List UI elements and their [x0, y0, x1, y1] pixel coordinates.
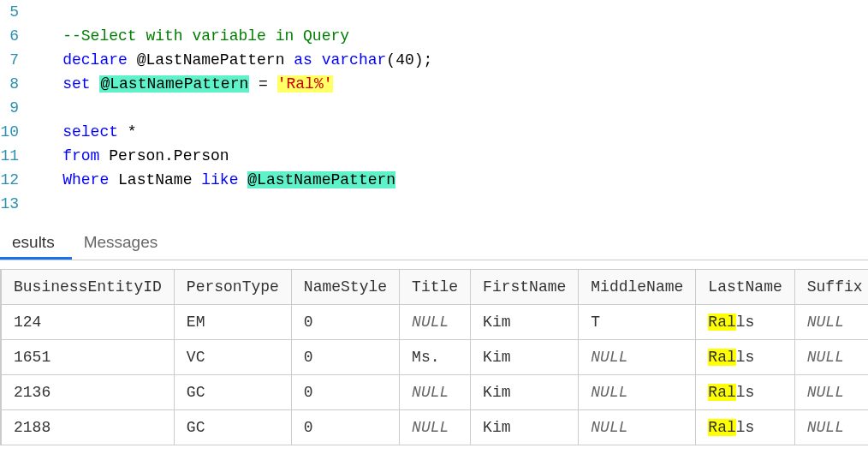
code-token: LastName	[109, 171, 201, 188]
code-token	[26, 147, 62, 164]
code-token: =	[259, 75, 268, 93]
code-token	[249, 75, 259, 93]
column-header[interactable]: FirstName	[471, 270, 579, 305]
code-token: (40);	[386, 51, 432, 69]
cell[interactable]: T	[579, 305, 696, 340]
code-line[interactable]: from Person.Person	[26, 144, 868, 168]
cell[interactable]: NULL	[794, 305, 868, 340]
column-header[interactable]: Suffix	[794, 270, 868, 305]
column-header[interactable]: BusinessEntityID	[2, 270, 175, 305]
result-tabs: esults Messages	[0, 226, 868, 260]
code-line[interactable]: select *	[26, 120, 868, 144]
cell[interactable]: NULL	[794, 410, 868, 445]
cell[interactable]: Ms.	[400, 340, 471, 375]
cell[interactable]: NULL	[400, 305, 471, 340]
cell[interactable]: 0	[291, 305, 399, 340]
highlight-match: Ral	[708, 349, 735, 366]
cell[interactable]: Ralls	[696, 410, 794, 445]
code-token: from	[62, 147, 99, 164]
line-number: 6	[0, 24, 19, 48]
cell[interactable]: GC	[174, 375, 291, 410]
column-header[interactable]: Title	[400, 270, 471, 305]
column-header[interactable]: LastName	[696, 270, 794, 305]
code-token	[118, 123, 128, 140]
cell[interactable]: VC	[174, 340, 291, 375]
code-token	[26, 171, 62, 188]
column-header[interactable]: NameStyle	[291, 270, 399, 305]
code-token	[312, 51, 322, 69]
code-token: set	[62, 75, 90, 93]
table-row[interactable]: 124EM0NULLKimTRallsNULL	[1, 305, 869, 340]
code-line[interactable]: set @LastNamePattern = 'Ral%'	[26, 72, 868, 96]
line-number: 5	[0, 0, 19, 24]
code-token: varchar	[322, 51, 387, 69]
code-token	[268, 75, 277, 93]
code-token	[26, 51, 62, 69]
code-token: *	[128, 123, 137, 140]
cell[interactable]: 0	[291, 410, 399, 445]
code-token: 'Ral%'	[277, 75, 333, 93]
code-token: declare	[62, 51, 128, 69]
table-row[interactable]: 1651VC0Ms.KimNULLRallsNULL	[1, 340, 869, 375]
results-table[interactable]: BusinessEntityIDPersonTypeNameStyleTitle…	[0, 269, 868, 445]
line-number: 12	[0, 168, 19, 192]
code-token: --Select with variable in Query	[62, 27, 349, 45]
cell[interactable]: Ralls	[696, 305, 794, 340]
code-token: like	[201, 171, 238, 188]
table-row[interactable]: 2188GC0NULLKimNULLRallsNULL	[1, 410, 869, 445]
cell[interactable]: GC	[174, 410, 291, 445]
cell[interactable]: Ralls	[696, 340, 794, 375]
cell[interactable]: 1651	[2, 340, 175, 375]
cell[interactable]: Kim	[471, 375, 579, 410]
code-token: @LastNamePattern	[247, 171, 395, 188]
code-token: as	[294, 51, 312, 69]
code-line[interactable]	[26, 96, 868, 120]
column-header[interactable]: PersonType	[174, 270, 291, 305]
cell[interactable]: Ralls	[696, 375, 794, 410]
cell[interactable]: NULL	[579, 410, 696, 445]
highlight-match: Ral	[708, 419, 735, 436]
code-token: Person.Person	[99, 147, 229, 164]
cell[interactable]: 124	[2, 305, 175, 340]
code-line[interactable]	[26, 0, 868, 24]
tab-messages[interactable]: Messages	[72, 226, 175, 260]
code-token	[26, 27, 62, 45]
code-line[interactable]	[26, 192, 868, 216]
cell[interactable]: NULL	[579, 375, 696, 410]
line-number-gutter: 5678910111213	[0, 0, 26, 216]
code-line[interactable]: declare @LastNamePattern as varchar(40);	[26, 48, 868, 72]
cell[interactable]: EM	[174, 305, 291, 340]
code-token: @LastNamePattern	[128, 51, 294, 69]
cell[interactable]: Kim	[471, 305, 579, 340]
sql-editor[interactable]: 5678910111213 --Select with variable in …	[0, 0, 868, 216]
code-token	[91, 75, 100, 93]
cell[interactable]: NULL	[794, 375, 868, 410]
cell[interactable]: Kim	[471, 340, 579, 375]
cell[interactable]: NULL	[400, 410, 471, 445]
cell[interactable]: NULL	[794, 340, 868, 375]
column-header[interactable]: MiddleName	[579, 270, 696, 305]
code-token: Where	[62, 171, 109, 188]
code-line[interactable]: Where LastName like @LastNamePattern	[26, 168, 868, 192]
highlight-match: Ral	[708, 314, 735, 331]
line-number: 8	[0, 72, 19, 96]
code-token	[26, 75, 62, 93]
cell[interactable]: NULL	[579, 340, 696, 375]
line-number: 10	[0, 120, 19, 144]
tab-results[interactable]: esults	[0, 226, 72, 260]
cell[interactable]: NULL	[400, 375, 471, 410]
cell[interactable]: Kim	[471, 410, 579, 445]
code-token: @LastNamePattern	[99, 75, 249, 93]
highlight-match: Ral	[708, 384, 735, 401]
cell[interactable]: 0	[291, 375, 399, 410]
cell[interactable]: 2188	[2, 410, 175, 445]
line-number: 11	[0, 144, 19, 168]
table-row[interactable]: 2136GC0NULLKimNULLRallsNULL	[1, 375, 869, 410]
code-area[interactable]: --Select with variable in Query declare …	[26, 0, 868, 216]
code-line[interactable]: --Select with variable in Query	[26, 24, 868, 48]
code-token	[26, 123, 62, 140]
line-number: 13	[0, 192, 19, 216]
cell[interactable]: 0	[291, 340, 399, 375]
cell[interactable]: 2136	[2, 375, 175, 410]
table-body: 124EM0NULLKimTRallsNULL1651VC0Ms.KimNULL…	[1, 305, 869, 445]
